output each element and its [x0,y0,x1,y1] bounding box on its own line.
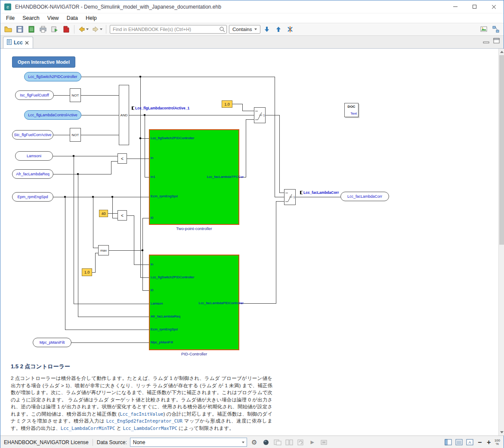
doc-text: によって制限されます。 [177,426,234,431]
layout-panel-icon-3[interactable]: A [466,438,474,447]
compare-block-2[interactable]: < [117,210,127,221]
inport-mpc-pmanifilt[interactable]: Mpc_pManiFilt [33,338,71,347]
find-field-wrapper [110,25,227,34]
data-source-label: Data Source: [97,439,127,445]
import-ehb-icon[interactable] [26,24,37,34]
inport-epm-rpmengspd[interactable]: Epm_rpmEngSpd [12,192,53,202]
record-measurement-icon[interactable] [320,438,328,447]
data-source-globe-icon[interactable] [262,438,270,447]
pdf-export-icon[interactable] [61,24,71,34]
find-next-icon[interactable] [262,24,272,34]
contains-dropdown[interactable]: Contains [229,25,260,34]
minimize-view-icon[interactable] [483,38,490,46]
contains-label: Contains [232,27,252,32]
inport-afr-faclambdareq[interactable]: Afr_facLambdaReq [12,169,53,179]
vertical-scrollbar[interactable] [498,49,504,436]
signal-label-lambdacontrolactive: Lcc_flgLambdacontrolActive_1 [132,106,189,110]
switch-condition-label: >= 1 [289,196,295,199]
save-icon[interactable] [15,24,25,34]
window-title: EHANDBOOK-NAVIGATOR - Demo_Simulink_mode… [15,4,221,10]
inport-stc-flgfuelcorractive[interactable]: Stc_flgFuelCorrActive [12,130,53,140]
open-file-icon[interactable] [3,24,13,34]
constant-40[interactable]: 40 [99,210,108,217]
search-input[interactable] [110,25,227,34]
close-icon [492,5,496,9]
scroll-up-icon[interactable] [499,49,504,55]
menu-file[interactable]: File [2,14,19,22]
back-button[interactable] [77,25,90,33]
back-history-caret-icon[interactable] [86,28,89,30]
forward-history-caret-icon[interactable] [100,28,102,30]
inport-lamsoni[interactable]: Lamsoni [15,151,53,161]
image-view-icon[interactable] [479,24,489,34]
zoom-out-button[interactable]: − [476,439,483,446]
doc-section-heading: 1.5 2 点コントローラー [11,363,70,370]
tab-lcc[interactable]: Lcc [3,37,33,48]
inport-lcc-flglambdacontrolactive[interactable]: Lcc_flgLambdaControlActive [24,110,81,120]
max-block[interactable]: max [98,245,109,255]
refresh-data-icon[interactable] [297,438,305,447]
menu-bar: File Search View Data Help [0,13,504,23]
constant-1-0-left[interactable]: 1.0 [82,268,92,276]
pid-output-label: Lcc_facLambdaPIDController [199,301,244,305]
print-icon[interactable] [38,24,48,34]
compare-views-icon[interactable] [285,438,294,447]
tpc-output-label: Lcc_facLambdaTPCCor [207,175,244,179]
menu-data[interactable]: Data [63,14,82,22]
constant-1-0-top[interactable]: 1.0 [222,100,232,108]
maximize-button[interactable] [465,0,484,13]
find-previous-icon[interactable] [273,24,284,34]
doc-text: 2 点コントローラーは積分器を介して動作します。たとえば、ラムダ 1 が制御され… [11,376,272,417]
outport-lcc-faclambdacorr[interactable]: Lcc_facLambdaCorr [340,192,389,201]
tpc-input-label: Ecm_rpmEngSpd [151,194,178,198]
menu-help[interactable]: Help [82,14,101,22]
not-block-1[interactable]: NOT [70,88,81,102]
inport-isc-flgfuelcutoff[interactable]: Isc_flgFuelCutoff [15,90,54,100]
doc-block-subtitle: Text [350,112,357,115]
doc-code: Lcc_LambdaCorrMaxTPC [123,426,177,431]
maximize-view-icon[interactable] [493,38,500,46]
highlight-occurrences-icon[interactable] [285,24,295,34]
forward-button[interactable] [91,25,103,33]
menu-view[interactable]: View [43,14,63,22]
and-block[interactable]: AND [119,85,129,145]
tab-label: Lcc [14,40,23,46]
scrollbar-thumb[interactable] [499,55,504,245]
not-block-2[interactable]: NOT [70,128,81,142]
zoom-in-button[interactable]: + [485,439,492,446]
editor-tab-bar: Lcc [0,36,504,49]
statusbar-separator [93,439,93,446]
tpc-input-label: i0 [151,216,153,220]
minimize-icon [453,6,458,7]
status-bar: EHANDBOOK_NAVIGATOR License Data Source:… [0,436,504,448]
snapshot-icon[interactable] [273,438,282,447]
play-measurement-icon[interactable]: ▶ [308,438,317,447]
pid-caption: PID-Controller [149,352,239,356]
document-icon [7,39,12,47]
svg-text:A: A [469,440,471,445]
switch-block-2[interactable]: >= 1 [284,189,296,205]
scroll-down-icon[interactable] [499,429,504,436]
layout-panel-icon-1[interactable] [444,438,453,447]
minimize-button[interactable] [445,0,465,13]
tab-close-icon[interactable] [25,39,29,47]
pid-input-label: Lcc_flgSwitch2PIDController [151,275,194,279]
signal-label-faclambdacorr: Lcc_facLambdaCorr [300,190,339,195]
pid-input-label: Mpc_pManiFilt [151,340,173,344]
compare-block-1[interactable]: < [117,153,127,164]
doc-text-block[interactable]: DOC Text [344,103,359,117]
switch-block-1[interactable]: >= 1 [254,107,266,123]
inport-lcc-flgswitch2pidcontroller[interactable]: Lcc_flgSwitch2PIDController [24,72,81,81]
main-toolbar: Contains [0,23,504,36]
layout-panel-icon-2[interactable] [455,438,464,447]
close-button[interactable] [484,0,504,13]
data-source-select[interactable]: None [130,438,247,447]
menu-search[interactable]: Search [19,14,43,22]
model-view: Open Interactive Model Lcc_flgSwitch2PID… [0,49,504,436]
open-interactive-model-button[interactable]: Open Interactive Model [12,56,75,68]
settings-gear-icon[interactable]: ⚙ [250,438,259,447]
model-view-icon[interactable] [491,24,501,34]
tpc-input-label: Lcc_flgSwitch2PIDController [151,136,194,140]
doc-paragraph: 2 点コントローラーは積分器を介して動作します。たとえば、ラムダ 1 が制御され… [11,375,272,432]
export-icon[interactable] [49,24,60,34]
